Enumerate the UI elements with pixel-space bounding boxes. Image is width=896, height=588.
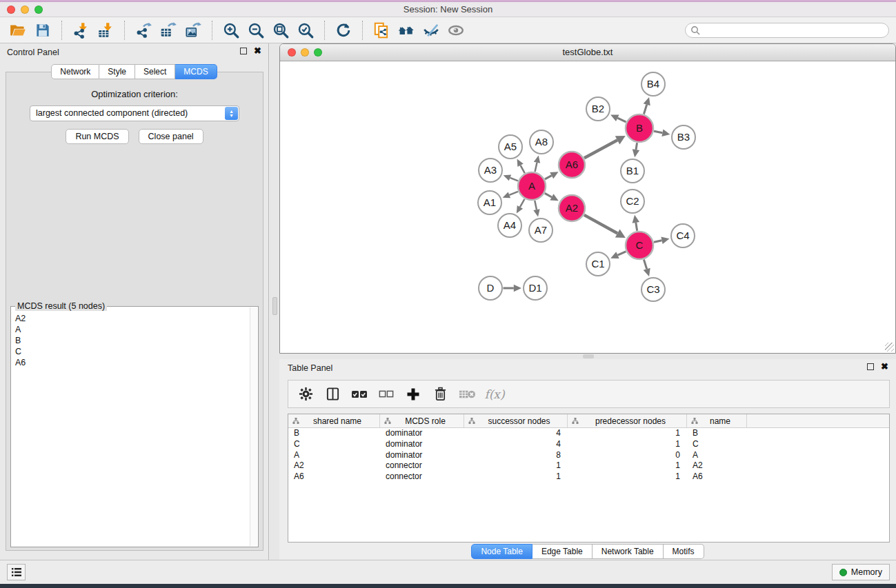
network-edge-B-B2[interactable] [617,118,626,122]
tab-mcds[interactable]: MCDS [175,64,217,79]
table-cell[interactable]: dominator [380,428,464,439]
tab-network[interactable]: Network [51,64,99,79]
refresh-view-button[interactable] [331,19,356,41]
zoom-selected-button[interactable] [293,19,318,41]
table-cell[interactable]: 0 [568,450,687,461]
network-close-button[interactable] [288,48,296,57]
table-cell[interactable]: A6 [288,472,380,483]
network-edge-A-A1[interactable] [509,192,518,195]
network-node-C3[interactable]: C3 [641,278,665,301]
table-cell[interactable]: A2 [687,460,747,472]
save-session-button[interactable] [30,19,55,41]
export-image-button[interactable] [181,19,206,41]
table-cell[interactable]: A6 [687,472,747,483]
network-edge-A-A4[interactable] [520,199,525,207]
add-column-button[interactable] [403,384,424,405]
network-edge-B-B3[interactable] [654,131,662,133]
table-cell[interactable]: 1 [464,472,568,483]
close-window-button[interactable] [7,6,15,14]
table-cell[interactable]: connector [380,460,464,472]
import-table-button[interactable] [93,19,118,41]
network-edge-B-B4[interactable] [644,105,646,114]
tab-edge-table[interactable]: Edge Table [532,544,593,559]
network-node-C[interactable]: C [626,232,653,259]
new-network-from-selection-button[interactable] [369,19,394,41]
deselect-all-columns-button[interactable] [376,384,397,405]
network-edge-C-C1[interactable] [617,252,626,255]
network-edge-A-A7[interactable] [535,201,537,210]
minimize-window-button[interactable] [21,6,29,14]
table-row[interactable]: Bdominator41B [288,428,889,439]
network-node-A5[interactable]: A5 [499,135,522,159]
tab-select[interactable]: Select [135,64,175,79]
network-edge-C-C4[interactable] [654,241,662,243]
table-cell[interactable]: A [288,450,380,461]
delete-column-button[interactable] [430,384,450,405]
network-node-B1[interactable]: B1 [621,159,644,183]
tab-motifs[interactable]: Motifs [664,544,704,559]
table-cell[interactable]: 1 [568,439,687,450]
table-row[interactable]: Adominator80A [288,450,889,461]
zoom-fit-button[interactable] [268,19,293,41]
network-node-C2[interactable]: C2 [621,190,644,213]
float-panel-icon[interactable] [240,48,247,54]
network-edge-A-A2[interactable] [545,193,552,197]
network-window-titlebar[interactable]: testGlobe.txt [280,44,895,61]
network-edge-A6-B[interactable] [584,140,617,158]
float-table-panel-icon[interactable] [867,363,874,370]
search-input[interactable] [685,23,889,38]
result-item-a6[interactable]: A6 [15,358,249,369]
table-row[interactable]: A2connector11A2 [288,460,889,472]
close-table-panel-icon[interactable]: ✖ [881,363,888,370]
tab-node-table[interactable]: Node Table [471,544,532,559]
network-node-C1[interactable]: C1 [586,252,610,276]
network-edge-C-C3[interactable] [644,260,646,270]
network-edge-A-A6[interactable] [545,176,552,179]
result-item-c[interactable]: C [15,347,249,358]
network-node-B3[interactable]: B3 [672,125,695,149]
table-cell[interactable]: connector [380,472,464,483]
column-header-name[interactable]: name [687,414,747,427]
network-node-D[interactable]: D [479,276,502,300]
export-table-button[interactable] [156,19,181,41]
table-cell[interactable]: A [687,450,747,461]
table-cell[interactable]: 4 [464,428,568,439]
table-row[interactable]: Cdominator41C [288,439,889,450]
network-node-A7[interactable]: A7 [529,219,552,242]
table-cell[interactable]: 1 [568,460,687,472]
network-edge-A2-C[interactable] [584,215,617,234]
task-history-button[interactable] [7,564,26,580]
network-minimize-button[interactable] [301,48,309,57]
select-all-columns-button[interactable] [349,384,370,405]
delete-table-button[interactable] [457,384,477,405]
network-edge-A-A3[interactable] [510,178,517,181]
table-cell[interactable]: B [288,428,380,439]
network-node-B2[interactable]: B2 [586,97,610,121]
network-edge-B-B1[interactable] [636,143,637,150]
memory-button[interactable]: Memory [832,564,890,580]
network-edge-A-A5[interactable] [521,165,525,173]
horizontal-splitter-handle[interactable] [583,354,594,358]
close-panel-icon[interactable]: ✖ [254,48,261,54]
network-node-B[interactable]: B [626,114,653,142]
network-node-A2[interactable]: A2 [559,195,585,221]
function-builder-button[interactable]: f(x) [484,384,504,405]
network-node-A6[interactable]: A6 [559,152,585,178]
export-network-button[interactable] [131,19,156,41]
table-settings-button[interactable] [295,384,316,405]
result-item-a2[interactable]: A2 [15,314,249,325]
result-scrollbar[interactable] [250,307,257,546]
network-edge-A-A8[interactable] [535,163,537,172]
table-cell[interactable]: C [288,439,380,450]
column-header-MCDS-role[interactable]: MCDS role [380,414,464,427]
table-cell[interactable]: dominator [380,450,464,461]
table-cell[interactable]: C [687,439,747,450]
network-node-D1[interactable]: D1 [524,276,547,300]
tab-style[interactable]: Style [99,64,135,79]
network-node-A1[interactable]: A1 [478,191,501,214]
run-mcds-button[interactable]: Run MCDS [66,129,128,144]
network-node-B4[interactable]: B4 [641,72,665,96]
show-all-button[interactable] [444,19,468,41]
table-cell[interactable]: 1 [568,472,687,483]
column-header-successor-nodes[interactable]: successor nodes [464,414,568,427]
